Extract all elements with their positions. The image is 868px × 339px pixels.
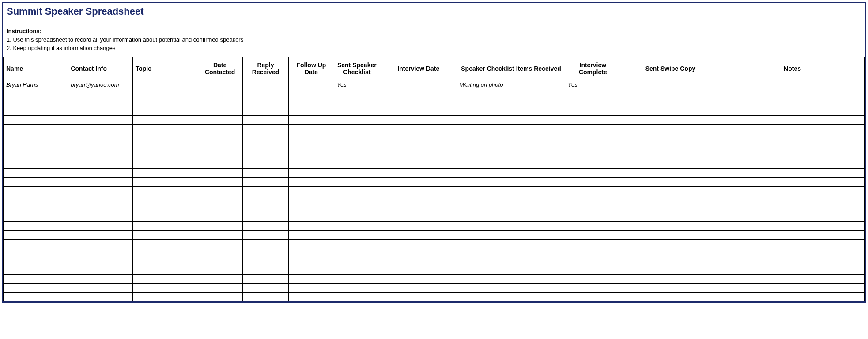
table-cell[interactable] [565, 230, 621, 239]
table-cell[interactable] [4, 98, 68, 107]
table-cell[interactable] [457, 98, 565, 107]
table-cell[interactable] [132, 195, 197, 204]
table-cell[interactable] [288, 168, 334, 177]
table-cell[interactable] [132, 115, 197, 124]
table-cell[interactable] [334, 107, 380, 115]
table-cell[interactable] [380, 133, 457, 142]
table-cell[interactable] [132, 80, 197, 89]
table-cell[interactable] [565, 98, 621, 107]
table-cell[interactable] [4, 204, 68, 213]
table-cell[interactable] [4, 221, 68, 230]
table-cell[interactable] [68, 98, 132, 107]
table-cell[interactable] [197, 266, 242, 274]
table-cell[interactable] [380, 248, 457, 257]
table-cell[interactable] [621, 266, 720, 274]
table-cell[interactable] [68, 266, 132, 274]
table-cell[interactable] [288, 89, 334, 98]
table-cell[interactable] [68, 177, 132, 186]
table-cell[interactable] [4, 115, 68, 124]
table-cell[interactable] [380, 115, 457, 124]
table-cell[interactable] [380, 274, 457, 283]
table-cell[interactable] [288, 124, 334, 133]
table-cell[interactable] [4, 107, 68, 115]
table-cell[interactable] [197, 160, 242, 168]
table-cell[interactable] [132, 142, 197, 151]
table-cell[interactable] [288, 230, 334, 239]
table-cell[interactable] [132, 283, 197, 292]
table-cell[interactable] [565, 248, 621, 257]
table-cell[interactable] [457, 177, 565, 186]
table-cell[interactable] [68, 195, 132, 204]
table-cell[interactable] [197, 195, 242, 204]
table-cell[interactable] [334, 274, 380, 283]
table-cell[interactable] [334, 257, 380, 266]
table-cell[interactable] [621, 230, 720, 239]
table-cell[interactable] [334, 89, 380, 98]
table-cell[interactable] [621, 115, 720, 124]
table-cell[interactable] [565, 168, 621, 177]
table-cell[interactable] [565, 257, 621, 266]
table-cell[interactable] [720, 283, 865, 292]
table-cell[interactable] [457, 292, 565, 301]
table-cell[interactable] [197, 124, 242, 133]
table-cell[interactable] [720, 160, 865, 168]
table-cell[interactable] [380, 204, 457, 213]
table-cell[interactable] [243, 98, 288, 107]
table-cell[interactable] [243, 151, 288, 160]
table-cell[interactable] [288, 195, 334, 204]
table-cell[interactable] [621, 213, 720, 221]
table-cell[interactable] [197, 186, 242, 195]
table-cell[interactable] [621, 186, 720, 195]
table-cell[interactable] [68, 124, 132, 133]
table-cell[interactable] [457, 230, 565, 239]
table-cell[interactable] [68, 89, 132, 98]
table-cell[interactable] [457, 151, 565, 160]
table-cell[interactable] [720, 266, 865, 274]
table-cell[interactable] [197, 80, 242, 89]
table-cell[interactable] [720, 133, 865, 142]
table-cell[interactable] [68, 107, 132, 115]
table-cell[interactable] [4, 142, 68, 151]
table-cell[interactable] [621, 107, 720, 115]
table-cell[interactable] [720, 168, 865, 177]
table-cell[interactable] [621, 204, 720, 213]
table-cell[interactable] [621, 221, 720, 230]
table-cell[interactable] [621, 89, 720, 98]
table-cell[interactable] [380, 151, 457, 160]
table-cell[interactable] [334, 221, 380, 230]
table-cell[interactable] [132, 292, 197, 301]
table-cell[interactable] [288, 204, 334, 213]
table-cell[interactable] [334, 213, 380, 221]
table-cell[interactable] [132, 274, 197, 283]
table-cell[interactable] [334, 177, 380, 186]
table-cell[interactable] [565, 274, 621, 283]
table-cell[interactable] [621, 80, 720, 89]
table-cell[interactable] [380, 230, 457, 239]
table-cell[interactable] [197, 133, 242, 142]
table-cell[interactable] [380, 195, 457, 204]
table-cell[interactable] [457, 213, 565, 221]
table-cell[interactable] [68, 292, 132, 301]
table-cell[interactable] [457, 168, 565, 177]
table-cell[interactable] [380, 124, 457, 133]
table-cell[interactable] [197, 292, 242, 301]
table-cell[interactable] [621, 257, 720, 266]
table-cell[interactable] [565, 195, 621, 204]
table-cell[interactable] [565, 292, 621, 301]
table-cell[interactable] [565, 221, 621, 230]
table-cell[interactable] [621, 292, 720, 301]
table-cell[interactable]: Yes [565, 80, 621, 89]
table-cell[interactable] [457, 186, 565, 195]
table-cell[interactable] [720, 98, 865, 107]
table-cell[interactable] [132, 186, 197, 195]
table-cell[interactable] [380, 292, 457, 301]
table-cell[interactable] [621, 195, 720, 204]
table-cell[interactable] [334, 195, 380, 204]
table-cell[interactable] [197, 98, 242, 107]
table-cell[interactable] [334, 204, 380, 213]
table-cell[interactable] [621, 239, 720, 248]
table-cell[interactable] [243, 204, 288, 213]
table-cell[interactable] [565, 142, 621, 151]
table-cell[interactable] [4, 248, 68, 257]
table-cell[interactable] [621, 160, 720, 168]
